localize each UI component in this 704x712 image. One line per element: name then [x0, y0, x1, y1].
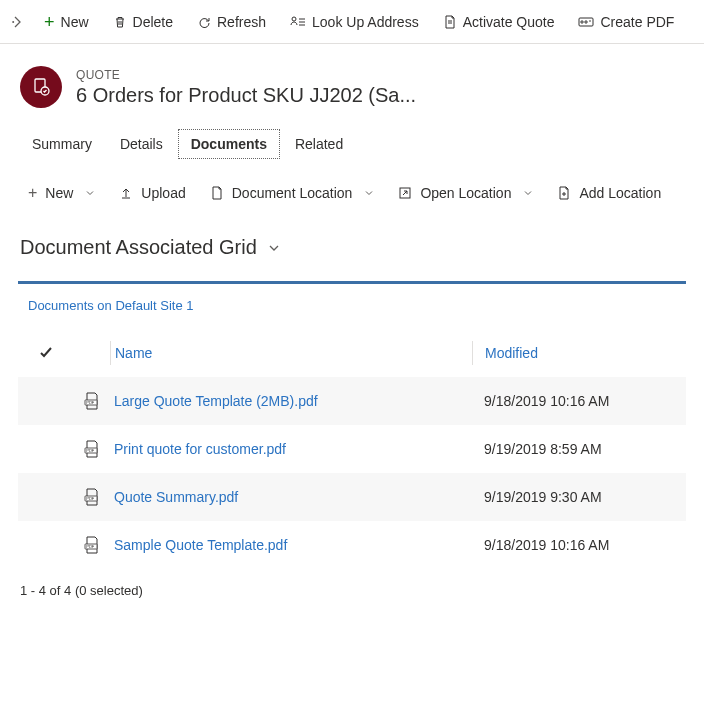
- tab-documents[interactable]: Documents: [177, 128, 281, 160]
- open-location-icon: [398, 186, 412, 200]
- refresh-label: Refresh: [217, 14, 266, 30]
- svg-text:PDF: PDF: [86, 448, 95, 453]
- grid-header: Name Modified: [18, 329, 686, 377]
- pdf-file-icon: PDF: [84, 536, 100, 554]
- tab-details[interactable]: Details: [106, 128, 177, 160]
- svg-text:PDF: PDF: [86, 400, 95, 405]
- file-link[interactable]: Print quote for customer.pdf: [114, 441, 286, 457]
- svg-point-0: [12, 21, 14, 23]
- plus-icon: +: [28, 184, 37, 202]
- address-icon: [290, 15, 306, 29]
- table-row[interactable]: PDF Print quote for customer.pdf 9/19/20…: [18, 425, 686, 473]
- table-row[interactable]: PDF Sample Quote Template.pdf 9/18/2019 …: [18, 521, 686, 569]
- column-header-name[interactable]: Name: [115, 345, 152, 361]
- document-location-label: Document Location: [232, 185, 353, 201]
- delete-button[interactable]: Delete: [103, 2, 183, 42]
- upload-label: Upload: [141, 185, 185, 201]
- chevron-down-icon: [523, 188, 533, 198]
- refresh-button[interactable]: Refresh: [187, 2, 276, 42]
- header-text: QUOTE 6 Orders for Product SKU JJ202 (Sa…: [76, 68, 416, 107]
- chevron-down-icon: [85, 188, 95, 198]
- check-icon: [38, 345, 54, 361]
- create-pdf-button[interactable]: Create PDF: [568, 2, 684, 42]
- document-icon: [443, 15, 457, 29]
- upload-button[interactable]: Upload: [111, 179, 193, 207]
- file-link[interactable]: Sample Quote Template.pdf: [114, 537, 287, 553]
- open-location-label: Open Location: [420, 185, 511, 201]
- quote-entity-icon: [31, 77, 51, 97]
- create-pdf-label: Create PDF: [600, 14, 674, 30]
- entity-label: QUOTE: [76, 68, 416, 82]
- site-map-toggle[interactable]: [4, 2, 30, 42]
- avatar: [20, 66, 62, 108]
- select-all-column[interactable]: [18, 345, 74, 361]
- add-location-icon: [557, 186, 571, 200]
- pdf-file-icon: PDF: [84, 488, 100, 506]
- table-row[interactable]: PDF Quote Summary.pdf 9/19/2019 9:30 AM: [18, 473, 686, 521]
- delete-label: Delete: [133, 14, 173, 30]
- site-link[interactable]: Documents on Default Site 1: [18, 284, 686, 329]
- open-location-button[interactable]: Open Location: [390, 179, 541, 207]
- chevron-right-icon: [10, 15, 24, 29]
- new-button[interactable]: + New: [34, 2, 99, 42]
- activate-quote-label: Activate Quote: [463, 14, 555, 30]
- plus-icon: +: [44, 13, 55, 31]
- global-command-bar: + New Delete Refresh Look Up Address Act…: [0, 0, 704, 44]
- pdf-file-icon: PDF: [84, 440, 100, 458]
- document-toolbar: + New Upload Document Location Open Loca…: [0, 160, 704, 220]
- doc-new-label: New: [45, 185, 73, 201]
- svg-text:PDF: PDF: [86, 496, 95, 501]
- tab-summary[interactable]: Summary: [18, 128, 106, 160]
- grid-title: Document Associated Grid: [20, 236, 257, 259]
- lookup-address-label: Look Up Address: [312, 14, 419, 30]
- grid-title-row: Document Associated Grid: [0, 220, 704, 281]
- table-row[interactable]: PDF Large Quote Template (2MB).pdf 9/18/…: [18, 377, 686, 425]
- file-link[interactable]: Quote Summary.pdf: [114, 489, 238, 505]
- add-location-label: Add Location: [579, 185, 661, 201]
- modified-cell: 9/19/2019 8:59 AM: [484, 441, 602, 457]
- document-grid: Documents on Default Site 1 Name Modifie…: [18, 281, 686, 569]
- chevron-down-icon[interactable]: [267, 241, 281, 255]
- record-title: 6 Orders for Product SKU JJ202 (Sa...: [76, 84, 416, 107]
- pdf-file-icon: PDF: [84, 392, 100, 410]
- add-location-button[interactable]: Add Location: [549, 179, 669, 207]
- refresh-icon: [197, 15, 211, 29]
- file-link[interactable]: Large Quote Template (2MB).pdf: [114, 393, 318, 409]
- pdf-icon: [578, 15, 594, 29]
- tabs: Summary Details Documents Related: [0, 118, 704, 160]
- grid-footer-status: 1 - 4 of 4 (0 selected): [0, 569, 704, 612]
- modified-cell: 9/18/2019 10:16 AM: [484, 393, 609, 409]
- modified-cell: 9/18/2019 10:16 AM: [484, 537, 609, 553]
- activate-quote-button[interactable]: Activate Quote: [433, 2, 565, 42]
- trash-icon: [113, 15, 127, 29]
- record-header: QUOTE 6 Orders for Product SKU JJ202 (Sa…: [0, 44, 704, 118]
- upload-icon: [119, 186, 133, 200]
- column-header-modified[interactable]: Modified: [485, 345, 538, 361]
- document-location-button[interactable]: Document Location: [202, 179, 383, 207]
- modified-cell: 9/19/2019 9:30 AM: [484, 489, 602, 505]
- new-label: New: [61, 14, 89, 30]
- doc-new-button[interactable]: + New: [20, 178, 103, 208]
- svg-point-1: [292, 17, 296, 21]
- lookup-address-button[interactable]: Look Up Address: [280, 2, 429, 42]
- document-location-icon: [210, 186, 224, 200]
- svg-text:PDF: PDF: [86, 544, 95, 549]
- tab-related[interactable]: Related: [281, 128, 357, 160]
- chevron-down-icon: [364, 188, 374, 198]
